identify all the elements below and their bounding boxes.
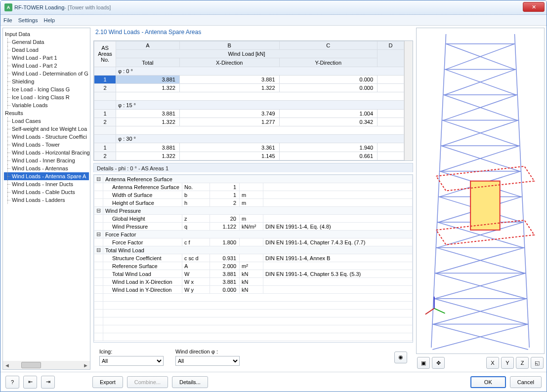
view-x-button[interactable]: X: [486, 357, 499, 369]
tree-item[interactable]: Self-weight and Ice Weight Loa: [4, 125, 89, 133]
tree-item[interactable]: Wind Loads - Cable Ducts: [4, 188, 89, 196]
grid-group-label: φ : 15 °: [116, 101, 404, 109]
collapse-icon[interactable]: ⊟: [94, 207, 103, 215]
tree-item[interactable]: Shielding: [4, 78, 89, 85]
grid-cell[interactable]: 1.322: [116, 152, 180, 160]
details-value: 3.881: [210, 270, 240, 278]
grid-cell[interactable]: 3.749: [179, 109, 279, 118]
tree-item[interactable]: Ice Load - Icing Class G: [4, 85, 89, 93]
winddir-select[interactable]: All: [175, 356, 240, 366]
menu-file[interactable]: File: [3, 17, 12, 23]
details-section-name: Wind Pressure: [103, 207, 413, 215]
grid-row[interactable]: 21.3221.2770.342: [94, 118, 404, 126]
grid-row[interactable]: 13.8813.8810.000: [94, 75, 404, 83]
tree-item[interactable]: Wind Load - Part 1: [4, 54, 89, 62]
menu-settings[interactable]: Settings: [18, 17, 38, 23]
tree-item[interactable]: Variable Loads: [4, 101, 89, 109]
details-value: 3.881: [210, 278, 240, 286]
grid-cell[interactable]: 0.000: [279, 84, 377, 92]
tree-item[interactable]: Wind Load - Determination of G: [4, 70, 89, 78]
details-symbol: b: [182, 191, 210, 199]
app-icon: A: [4, 3, 12, 11]
combine-button[interactable]: Combine...: [127, 376, 168, 388]
grid-cell[interactable]: 3.881: [116, 143, 180, 152]
details-value: 1.122: [210, 223, 240, 231]
icing-select[interactable]: All: [99, 356, 164, 366]
tree-item[interactable]: Wind Loads - Structure Coeffici: [4, 133, 89, 141]
grid-cell[interactable]: 3.361: [179, 143, 279, 152]
tree-item[interactable]: Wind Loads - Tower: [4, 141, 89, 149]
grid-vertical-scrollbar[interactable]: [404, 41, 413, 160]
grid-cell[interactable]: 3.881: [179, 75, 279, 83]
view-toggle-button[interactable]: ◉: [394, 352, 407, 363]
details-reference: [263, 262, 413, 270]
details-unit: kN/m²: [240, 223, 263, 231]
tree-item[interactable]: Dead Load: [4, 46, 89, 54]
grid-corner: AS AreasNo.: [94, 41, 116, 67]
grid-col-letter: B: [179, 41, 279, 50]
prev-table-button[interactable]: ⇤: [23, 376, 37, 389]
grid-cell[interactable]: 1.940: [279, 143, 377, 152]
tree-item[interactable]: Wind Load - Inner Bracing: [4, 157, 89, 164]
details-row: Global Heightz20m: [94, 215, 413, 223]
grid-cell[interactable]: 1.322: [179, 84, 279, 92]
tree-item[interactable]: Ice Load - Icing Class R: [4, 93, 89, 101]
scroll-right-icon[interactable]: ►: [82, 361, 90, 369]
grid-row[interactable]: 13.8813.7491.004: [94, 109, 404, 118]
help-icon: ?: [11, 379, 14, 385]
view-iso-button[interactable]: ◱: [531, 357, 544, 369]
details-reference: DIN EN 1991-1-4, Annex B: [263, 254, 413, 262]
tree-item[interactable]: Wind Loads - Inner Ducts: [4, 180, 89, 188]
grid-cell[interactable]: 1.004: [279, 109, 377, 118]
help-context-button[interactable]: ?: [5, 376, 19, 389]
tree-item[interactable]: Wind Loads - Antenna Spare A: [4, 172, 89, 180]
scroll-thumb[interactable]: [21, 362, 41, 368]
grid-cell[interactable]: 0.661: [279, 152, 377, 160]
tree-item[interactable]: General Data: [4, 38, 89, 46]
details-value: 20: [210, 215, 240, 223]
grid-cell[interactable]: 0.000: [279, 75, 377, 83]
menu-help[interactable]: Help: [43, 17, 55, 23]
details-reference: DIN EN 1991-1-4, Chapter 5.3 Eq. (5.3): [263, 270, 413, 278]
view-y-button[interactable]: Y: [501, 357, 514, 369]
grid-cell[interactable]: 1.322: [116, 84, 180, 92]
grid-cell[interactable]: 3.881: [116, 75, 180, 83]
grid-cell[interactable]: 1.277: [179, 118, 279, 126]
icing-label: Icing:: [99, 349, 164, 354]
details-unit: m: [240, 191, 263, 199]
tree-item[interactable]: Wind Loads - Horizontal Bracing: [4, 149, 89, 157]
ok-button[interactable]: OK: [470, 376, 506, 388]
grid-row[interactable]: 13.8813.3611.940: [94, 143, 404, 152]
scroll-left-icon[interactable]: ◄: [3, 361, 11, 369]
details-symbol: No.: [182, 183, 210, 191]
collapse-icon[interactable]: ⊟: [94, 175, 103, 183]
details-row: Width of Surfaceb1m: [94, 191, 413, 199]
view-z-button[interactable]: Z: [516, 357, 529, 369]
grid-row[interactable]: 21.3221.3220.000: [94, 84, 404, 92]
tree-item[interactable]: Wind Loads - Ladders: [4, 196, 89, 204]
next-table-button[interactable]: ⇥: [41, 376, 55, 389]
view-pick-button[interactable]: ▣: [417, 357, 430, 369]
grid-cell[interactable]: 0.342: [279, 118, 377, 126]
section-title: 2.10 Wind Loads - Antenna Spare Areas: [93, 28, 413, 39]
details-button[interactable]: Details...: [172, 376, 208, 388]
tree-horizontal-scrollbar[interactable]: ◄ ►: [3, 361, 90, 369]
results-grid: AS AreasNo.ABCDWind Load [kN]TotalX-Dire…: [93, 40, 413, 161]
export-button[interactable]: Export: [92, 376, 123, 388]
grid-row[interactable]: 21.3221.1450.661: [94, 152, 404, 160]
details-label: Width of Surface: [103, 191, 182, 199]
cancel-button[interactable]: Cancel: [510, 376, 542, 388]
collapse-icon[interactable]: ⊟: [94, 246, 103, 254]
app-title: RF-TOWER Loading: [14, 4, 64, 10]
grid-cell[interactable]: 3.881: [116, 109, 180, 118]
tree-item[interactable]: Wind Load - Part 2: [4, 62, 89, 70]
view-move-button[interactable]: ✥: [432, 357, 445, 369]
tree-item[interactable]: Load Cases: [4, 117, 89, 125]
window-close-button[interactable]: ✕: [523, 2, 545, 12]
tree-item[interactable]: Wind Loads - Antennas: [4, 164, 89, 172]
details-panel: ⊟Antenna Reference SurfaceAntenna Refere…: [93, 174, 413, 343]
grid-cell[interactable]: 1.322: [116, 118, 180, 126]
grid-cell[interactable]: 1.145: [179, 152, 279, 160]
collapse-icon[interactable]: ⊟: [94, 231, 103, 238]
model-viewport[interactable]: [416, 28, 545, 354]
